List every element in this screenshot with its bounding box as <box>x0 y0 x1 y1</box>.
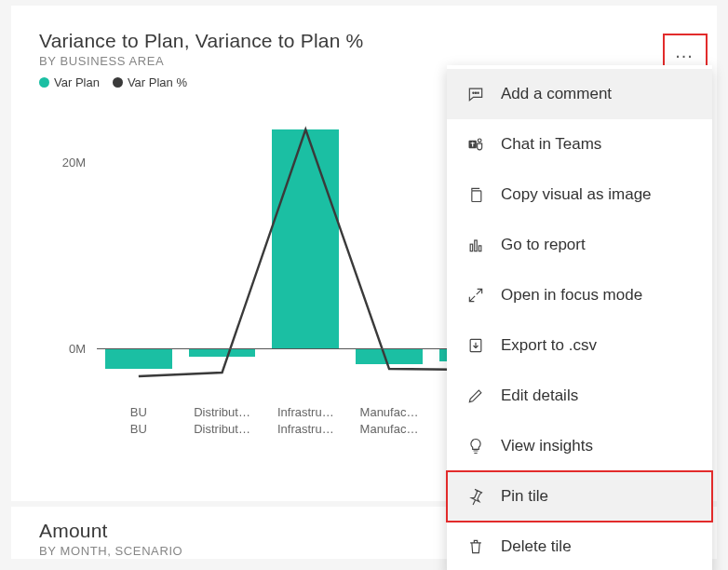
menu-item-label: Delete tile <box>501 537 572 556</box>
menu-item-label: Edit details <box>501 387 578 405</box>
bulb-icon <box>465 436 486 456</box>
legend-swatch-icon <box>39 77 49 88</box>
y-tick-label: 20M <box>62 156 86 170</box>
teams-icon <box>465 134 486 155</box>
menu-item-focus-mode[interactable]: Open in focus mode <box>447 270 712 320</box>
menu-item-label: View insights <box>501 437 593 455</box>
menu-item-label: Chat in Teams <box>501 135 601 154</box>
comment-icon <box>465 84 486 104</box>
trash-icon <box>465 536 486 557</box>
menu-item-insights[interactable]: View insights <box>447 421 712 471</box>
y-tick-label: 0M <box>69 342 86 356</box>
menu-item-edit-details[interactable]: Edit details <box>447 371 712 421</box>
menu-item-label: Add a comment <box>501 85 612 103</box>
menu-item-label: Open in focus mode <box>501 286 642 305</box>
svg-rect-6 <box>470 244 473 251</box>
menu-item-delete-tile[interactable]: Delete tile <box>447 522 712 570</box>
menu-item-add-comment[interactable]: Add a comment <box>447 69 712 119</box>
x-tick-label: Infrastru… Infrastru… <box>263 404 347 469</box>
x-tick-label: Manufac… Manufac… <box>347 404 431 469</box>
x-tick-label: Distribut… Distribut… <box>181 404 264 469</box>
svg-rect-7 <box>475 240 478 251</box>
export-icon <box>465 335 486 356</box>
menu-item-label: Pin tile <box>501 487 548 506</box>
menu-item-label: Copy visual as image <box>501 185 652 204</box>
y-axis: 0M20M <box>47 115 91 395</box>
svg-point-0 <box>473 92 474 93</box>
x-tick-label: BU BU <box>97 404 181 469</box>
pencil-icon <box>465 386 486 406</box>
ellipsis-icon: ··· <box>675 45 694 66</box>
menu-item-highlight <box>446 470 713 522</box>
menu-item-label: Go to report <box>501 236 586 254</box>
menu-item-pin-tile[interactable]: Pin tile <box>447 471 712 522</box>
svg-rect-8 <box>479 246 481 251</box>
legend-item[interactable]: Var Plan <box>39 75 100 89</box>
menu-item-copy-image[interactable]: Copy visual as image <box>447 170 712 220</box>
menu-item-export-csv[interactable]: Export to .csv <box>447 320 712 371</box>
pin-icon <box>465 486 486 507</box>
svg-rect-5 <box>472 191 481 202</box>
context-menu: Add a commentChat in TeamsCopy visual as… <box>447 65 712 570</box>
legend-item[interactable]: Var Plan % <box>113 75 187 89</box>
svg-point-1 <box>475 92 476 93</box>
expand-icon <box>465 285 486 305</box>
chart-title: Variance to Plan, Variance to Plan % <box>39 30 689 52</box>
legend-label: Var Plan % <box>128 75 187 89</box>
bars-icon <box>465 235 486 255</box>
copy-icon <box>465 184 486 205</box>
svg-point-4 <box>478 139 481 142</box>
legend-label: Var Plan <box>54 75 100 89</box>
menu-item-label: Export to .csv <box>501 336 597 355</box>
svg-point-2 <box>478 92 479 93</box>
menu-item-go-report[interactable]: Go to report <box>447 220 712 270</box>
menu-item-chat-teams[interactable]: Chat in Teams <box>447 119 712 170</box>
more-options-button[interactable]: ··· <box>670 45 698 65</box>
legend-swatch-icon <box>113 77 123 88</box>
